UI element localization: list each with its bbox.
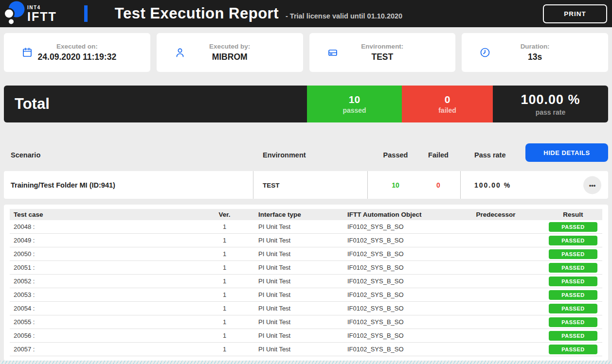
automation-object-cell: IF0102_SYS_B_SO xyxy=(343,237,448,244)
automation-object-cell: IF0102_SYS_B_SO xyxy=(343,332,448,339)
scenario-failed-count: 0 xyxy=(422,181,454,189)
scenario-row[interactable]: Training/Test Folder MI (ID:941) TEST 10… xyxy=(4,171,608,199)
result-badge: PASSED xyxy=(549,304,597,313)
test-case-table: Test case Ver. Interface type IFTT Autom… xyxy=(4,205,608,361)
ver-cell: 1 xyxy=(204,346,245,353)
hide-details-button[interactable]: HIDE DETAILS xyxy=(525,143,608,162)
total-summary-bar: Total 10 passed 0 failed 100.00 % pass r… xyxy=(4,86,608,122)
clock-icon xyxy=(479,47,491,58)
interface-type-cell: PI Unit Test xyxy=(245,250,343,258)
automation-object-column-header: IFTT Automation Object xyxy=(343,211,448,218)
scenario-column-label: Scenario xyxy=(11,151,40,159)
total-failed-label: failed xyxy=(438,106,456,114)
int4-iftt-logo: INT4 IFTT xyxy=(4,0,57,27)
total-title: Total xyxy=(4,86,307,122)
automation-object-cell: IF0102_SYS_B_SO xyxy=(343,305,448,312)
test-table-header: Test case Ver. Interface type IFTT Autom… xyxy=(10,209,602,220)
ver-cell: 1 xyxy=(204,237,245,244)
ver-cell: 1 xyxy=(204,318,245,326)
automation-object-cell: IF0102_SYS_B_SO xyxy=(343,277,448,285)
interface-type-cell: PI Unit Test xyxy=(245,318,343,326)
environment-card: Environment: TEST xyxy=(309,33,456,72)
calendar-icon xyxy=(21,47,33,58)
result-badge: PASSED xyxy=(549,345,597,354)
test-case-cell: 20057 : xyxy=(10,346,204,353)
interface-type-column-header: Interface type xyxy=(245,211,343,218)
ver-cell: 1 xyxy=(204,223,245,230)
pass-rate-column-label: Pass rate xyxy=(474,151,506,159)
scenario-pass-rate: 100.00 % xyxy=(474,181,511,189)
ver-cell: 1 xyxy=(204,277,245,285)
result-badge: PASSED xyxy=(549,317,597,327)
total-passed-label: passed xyxy=(342,106,366,114)
interface-type-cell: PI Unit Test xyxy=(245,346,343,353)
table-row[interactable]: 20053 : 1 PI Unit Test IF0102_SYS_B_SO P… xyxy=(10,288,602,302)
automation-object-cell: IF0102_SYS_B_SO xyxy=(343,318,448,326)
automation-object-cell: IF0102_SYS_B_SO xyxy=(343,264,448,271)
test-case-cell: 20049 : xyxy=(10,237,204,244)
test-case-cell: 20048 : xyxy=(10,223,204,230)
user-icon xyxy=(174,47,186,58)
automation-object-cell: IF0102_SYS_B_SO xyxy=(343,223,448,230)
total-pass-rate-label: pass rate xyxy=(536,108,565,116)
header-accent-divider xyxy=(84,5,88,22)
table-row[interactable]: 20056 : 1 PI Unit Test IF0102_SYS_B_SO P… xyxy=(10,329,602,343)
total-failed-value: 0 xyxy=(445,94,450,105)
interface-type-cell: PI Unit Test xyxy=(245,223,343,230)
scenario-header-row: Scenario Environment Passed Failed Pass … xyxy=(4,142,608,163)
failed-column-label: Failed xyxy=(422,151,454,159)
more-options-button[interactable]: ••• xyxy=(583,176,601,194)
table-row[interactable]: 20055 : 1 PI Unit Test IF0102_SYS_B_SO P… xyxy=(10,315,602,329)
column-divider xyxy=(367,171,368,199)
table-row[interactable]: 20057 : 1 PI Unit Test IF0102_SYS_B_SO P… xyxy=(10,343,602,356)
ver-column-header: Ver. xyxy=(204,211,245,218)
table-row[interactable]: 20051 : 1 PI Unit Test IF0102_SYS_B_SO P… xyxy=(10,261,602,275)
table-row[interactable]: 20054 : 1 PI Unit Test IF0102_SYS_B_SO P… xyxy=(10,302,602,315)
environment-column-label: Environment xyxy=(263,151,306,159)
table-row[interactable]: 20048 : 1 PI Unit Test IF0102_SYS_B_SO P… xyxy=(10,220,602,234)
scenario-name: Training/Test Folder MI (ID:941) xyxy=(11,181,115,189)
duration-card: Duration: 13s xyxy=(462,33,608,72)
total-passed-segment: 10 passed xyxy=(307,86,402,122)
test-case-cell: 20056 : xyxy=(10,332,204,339)
page-title: Test Execution Report xyxy=(115,5,279,22)
result-badge: PASSED xyxy=(549,222,597,232)
license-note: - Trial license valid until 01.10.2020 xyxy=(286,12,402,20)
total-pass-rate-value: 100.00 % xyxy=(521,92,580,107)
interface-type-cell: PI Unit Test xyxy=(245,305,343,312)
page-break-hatch xyxy=(0,361,612,364)
ver-cell: 1 xyxy=(204,250,245,258)
interface-type-cell: PI Unit Test xyxy=(245,291,343,298)
summary-cards: Executed on: 24.09.2020 11:19:32 Execute… xyxy=(0,27,612,72)
interface-type-cell: PI Unit Test xyxy=(245,264,343,271)
total-failed-segment: 0 failed xyxy=(402,86,493,122)
result-badge: PASSED xyxy=(549,236,597,245)
interface-type-cell: PI Unit Test xyxy=(245,237,343,244)
logo-mark-icon xyxy=(4,0,25,27)
app-header: INT4 IFTT Test Execution Report - Trial … xyxy=(0,0,612,27)
test-case-cell: 20055 : xyxy=(10,318,204,326)
interface-type-cell: PI Unit Test xyxy=(245,277,343,285)
result-column-header: Result xyxy=(544,211,602,218)
total-pass-rate-segment: 100.00 % pass rate xyxy=(493,86,608,122)
server-icon xyxy=(327,47,339,58)
executed-by-card: Executed by: MIBROM xyxy=(157,33,303,72)
total-passed-value: 10 xyxy=(349,94,360,105)
predecessor-column-header: Predecessor xyxy=(448,211,544,218)
table-row[interactable]: 20049 : 1 PI Unit Test IF0102_SYS_B_SO P… xyxy=(10,234,602,247)
interface-type-cell: PI Unit Test xyxy=(245,332,343,339)
automation-object-cell: IF0102_SYS_B_SO xyxy=(343,291,448,298)
test-case-cell: 20051 : xyxy=(10,264,204,271)
executed-on-card: Executed on: 24.09.2020 11:19:32 xyxy=(4,33,150,72)
automation-object-cell: IF0102_SYS_B_SO xyxy=(343,250,448,258)
result-badge: PASSED xyxy=(549,263,597,273)
ver-cell: 1 xyxy=(204,305,245,312)
test-case-cell: 20050 : xyxy=(10,250,204,258)
ver-cell: 1 xyxy=(204,291,245,298)
print-button[interactable]: PRINT xyxy=(543,4,607,23)
test-case-column-header: Test case xyxy=(10,211,204,218)
table-row[interactable]: 20052 : 1 PI Unit Test IF0102_SYS_B_SO P… xyxy=(10,275,602,288)
table-row[interactable]: 20050 : 1 PI Unit Test IF0102_SYS_B_SO P… xyxy=(10,247,602,261)
ver-cell: 1 xyxy=(204,332,245,339)
result-badge: PASSED xyxy=(549,331,597,341)
